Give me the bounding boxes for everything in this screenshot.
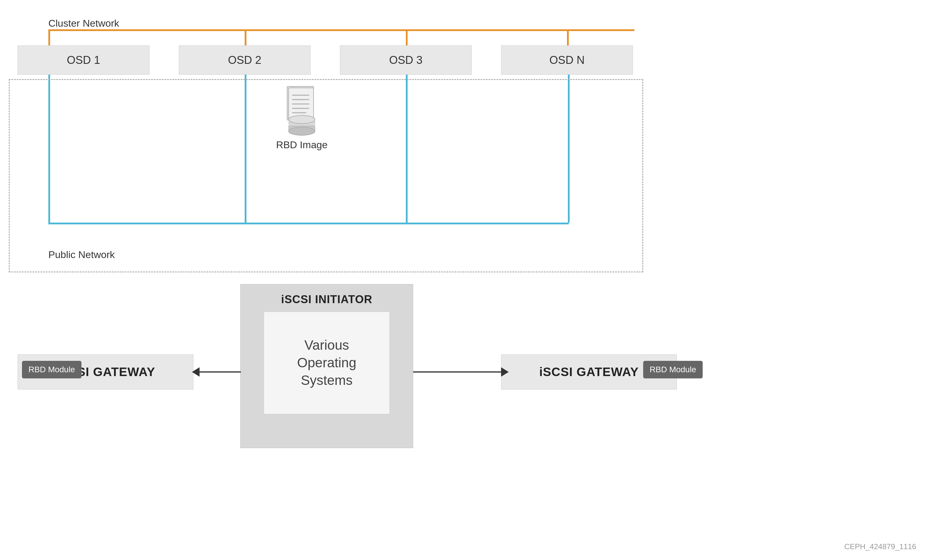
various-os-text: VariousOperatingSystems bbox=[297, 336, 356, 389]
arrow-line-right bbox=[413, 371, 502, 373]
cluster-network-vert-3 bbox=[406, 29, 408, 46]
arrow-line-left bbox=[193, 371, 241, 373]
arrow-head-right bbox=[501, 367, 509, 377]
cluster-network-vert-4 bbox=[567, 29, 569, 46]
rbd-image-icon bbox=[283, 85, 321, 136]
rbd-module-right: RBD Module bbox=[643, 361, 703, 378]
iscsi-initiator-inner: VariousOperatingSystems bbox=[264, 312, 390, 414]
cluster-network-vert-2 bbox=[245, 29, 246, 46]
osd-box-3: OSD 3 bbox=[340, 46, 472, 75]
rbd-image-label: RBD Image bbox=[276, 139, 328, 151]
iscsi-initiator-box: iSCSI INITIATOR VariousOperatingSystems bbox=[240, 284, 413, 448]
public-network-label: Public Network bbox=[48, 249, 115, 260]
arrow-head-left bbox=[192, 367, 200, 377]
rbd-image-area: RBD Image bbox=[261, 85, 343, 151]
cluster-network-top-line bbox=[48, 29, 634, 31]
osd-box-2: OSD 2 bbox=[179, 46, 311, 75]
cluster-network-label: Cluster Network bbox=[48, 18, 119, 29]
osd-box-1: OSD 1 bbox=[18, 46, 150, 75]
cluster-network-vert-1 bbox=[48, 29, 50, 46]
diagram-container: Cluster Network OSD 1 OSD 2 OSD 3 OSD N … bbox=[0, 0, 928, 560]
svg-point-9 bbox=[288, 116, 315, 123]
gateway-right-title: iSCSI GATEWAY bbox=[539, 365, 639, 379]
rbd-module-left: RBD Module bbox=[22, 361, 81, 378]
osd-box-n: OSD N bbox=[501, 46, 633, 75]
iscsi-initiator-title: iSCSI INITIATOR bbox=[281, 293, 372, 306]
svg-point-11 bbox=[288, 127, 315, 135]
watermark: CEPH_424879_1116 bbox=[844, 542, 916, 551]
